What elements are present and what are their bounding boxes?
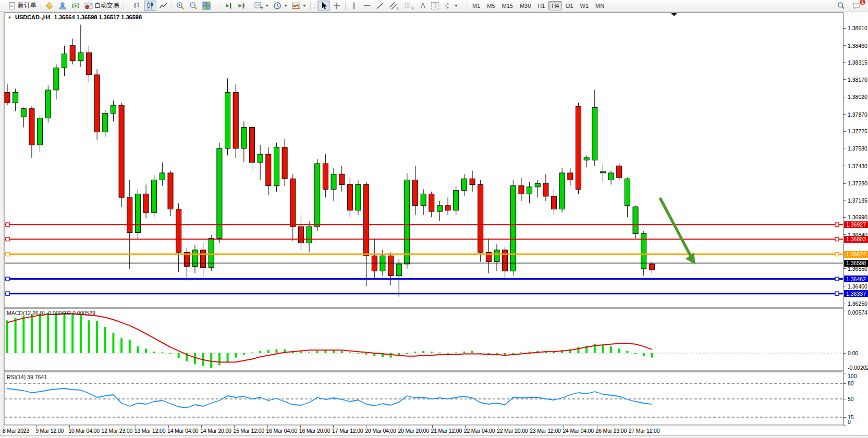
auto-trading-button[interactable]: 自动交易 xyxy=(82,1,121,11)
price-axis-label: 1.37135 xyxy=(848,197,867,204)
price-axis-label: 1.36400 xyxy=(848,283,867,290)
time-axis-label: 14 Mar 20:00 xyxy=(200,428,231,434)
price-level-badge: 1.36462 xyxy=(844,276,868,282)
new-chart-button[interactable] xyxy=(252,1,271,11)
text-label-glyph: T xyxy=(431,2,439,9)
period-presets-button[interactable] xyxy=(271,1,289,11)
rsi-axis-tick xyxy=(843,425,846,426)
time-axis-label: 26 Mar 23:00 xyxy=(596,428,627,434)
indicators-button[interactable] xyxy=(290,1,308,11)
horizontal-line-button[interactable] xyxy=(361,1,373,11)
line-chart-icon xyxy=(159,2,167,10)
time-axis-label: 24 Mar 04:00 xyxy=(563,428,593,434)
auto-scroll-button[interactable] xyxy=(222,1,235,11)
separator xyxy=(215,2,215,10)
zoom-in-button[interactable] xyxy=(174,1,187,11)
trendline-button[interactable] xyxy=(374,1,386,11)
rsi-indicator-label: RSI(14) 39.7641 xyxy=(7,374,47,380)
price-axis-label: 1.38020 xyxy=(848,94,867,100)
price-level-badge: 1.36927 xyxy=(844,221,868,228)
line-chart-button[interactable] xyxy=(157,1,169,11)
toolbar-grip[interactable] xyxy=(2,2,4,9)
bar-chart-button[interactable] xyxy=(131,1,143,11)
timeframe-mn-button[interactable]: MN xyxy=(592,1,607,10)
vertical-line-button[interactable] xyxy=(348,1,360,11)
toolbar-grip[interactable] xyxy=(314,2,316,9)
timeframe-m30-button[interactable]: M30 xyxy=(517,1,534,10)
vertical-line-icon xyxy=(350,2,358,10)
toolbar-grip[interactable] xyxy=(127,2,129,9)
rsi-axis-tick xyxy=(843,383,846,384)
timeframe-m1-button[interactable]: M1 xyxy=(469,1,483,10)
cursor-button[interactable] xyxy=(317,1,330,11)
macd-axis-tick xyxy=(843,310,846,310)
rsi-axis-label: 50 xyxy=(848,396,854,402)
timeframe-d1-button[interactable]: D1 xyxy=(563,1,576,10)
time-axis-label: 20 Mar 20:00 xyxy=(398,428,429,434)
zoom-out-icon xyxy=(189,2,198,10)
timeframe-toolbar: M1M5M15M30H1H4D1W1MN xyxy=(469,1,607,10)
rsi-axis-label: 0 xyxy=(848,419,851,425)
separator xyxy=(250,2,250,10)
price-axis-tick xyxy=(843,234,846,235)
timeframe-h1-button[interactable]: H1 xyxy=(534,1,548,10)
text-label-button[interactable]: T xyxy=(429,1,441,11)
fibonacci-button[interactable]: F xyxy=(402,1,417,11)
notifications-button[interactable]: 1 xyxy=(850,1,863,11)
time-axis-label: 27 Mar 12:00 xyxy=(629,428,659,434)
dropdown-arrow-icon xyxy=(265,5,268,7)
timeframe-w1-button[interactable]: W1 xyxy=(577,1,592,10)
price-axis-tick xyxy=(843,45,846,46)
channel-label: E xyxy=(397,6,399,10)
chart-menu-arrow-icon[interactable]: ▼ xyxy=(8,16,11,19)
zoom-out-button[interactable] xyxy=(187,1,200,11)
price-level-badge: 1.36598 xyxy=(844,260,868,267)
community-button[interactable] xyxy=(56,1,69,11)
rsi-axis-label: 100 xyxy=(848,373,857,379)
ohlc-values-label: 1.36564 1.36598 1.36517 1.36598 xyxy=(54,14,142,20)
new-order-label: 新订单 xyxy=(18,1,36,10)
equidistant-channel-button[interactable]: E xyxy=(387,1,401,11)
price-axis-tick xyxy=(843,166,846,166)
chart-shift-button[interactable] xyxy=(235,1,248,11)
indicators-icon xyxy=(292,2,300,10)
symbol-period-label: USDCAD-,H4 xyxy=(15,14,51,20)
zoom-in-icon xyxy=(176,2,185,10)
market-button[interactable] xyxy=(43,1,56,11)
price-axis-label: 1.38610 xyxy=(848,25,867,31)
separator xyxy=(172,2,172,10)
fibonacci-label: F xyxy=(412,6,414,10)
chart-window-title: ▼ USDCAD-,H4 1.36564 1.36598 1.36517 1.3… xyxy=(8,14,142,20)
timeframe-h4-button[interactable]: H4 xyxy=(548,1,562,10)
channel-icon xyxy=(389,2,397,10)
crosshair-button[interactable] xyxy=(331,1,343,11)
dropdown-arrow-icon xyxy=(455,5,458,7)
price-axis-label: 1.37870 xyxy=(848,111,867,118)
separator xyxy=(345,2,346,10)
notification-badge: 1 xyxy=(859,0,866,5)
rsi-axis-tick xyxy=(843,373,846,373)
text-tool-button[interactable]: A xyxy=(417,1,429,11)
arrows-tool-button[interactable] xyxy=(442,1,460,11)
new-order-button[interactable]: 新订单 xyxy=(6,1,39,11)
candlestick-chart-button[interactable] xyxy=(144,1,156,11)
toolbar-grip[interactable] xyxy=(218,2,221,9)
toolbar-grip[interactable] xyxy=(466,2,468,9)
new-order-icon xyxy=(8,2,16,10)
price-axis-tick xyxy=(843,286,846,286)
macd-axis-tick xyxy=(843,353,846,354)
auto-trading-label: 自动交易 xyxy=(94,1,119,10)
dropdown-arrow-icon xyxy=(303,5,306,7)
profile-person-icon xyxy=(58,2,67,10)
signals-button[interactable] xyxy=(69,1,82,11)
search-button[interactable] xyxy=(835,1,847,11)
price-axis-tick xyxy=(843,28,846,29)
timeframe-m15-button[interactable]: M15 xyxy=(499,1,516,10)
arrows-shapes-icon xyxy=(444,2,452,10)
timeframe-m5-button[interactable]: M5 xyxy=(484,1,498,10)
bar-chart-icon xyxy=(133,2,141,10)
tile-windows-button[interactable] xyxy=(200,1,213,11)
price-axis-label: 1.37580 xyxy=(848,145,867,152)
dropdown-arrow-icon xyxy=(284,5,287,7)
trendline-icon xyxy=(376,2,384,10)
